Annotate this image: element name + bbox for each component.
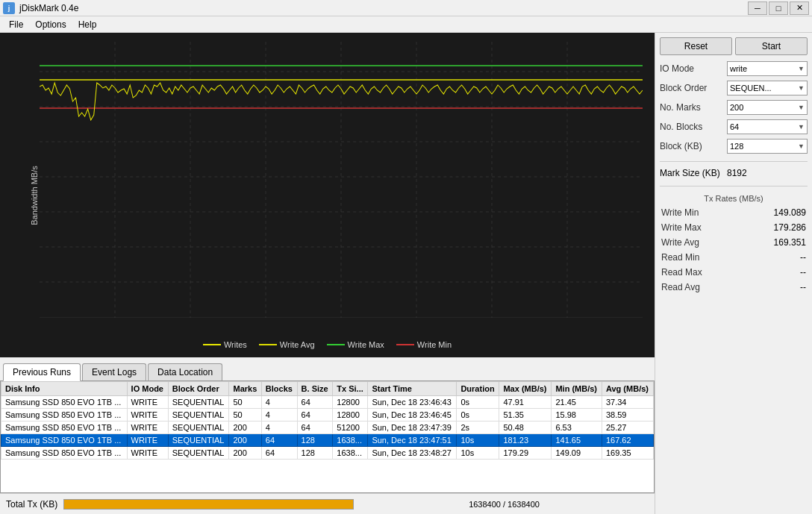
close-button[interactable]: ✕ <box>790 1 809 15</box>
io-mode-row: IO Mode write ▼ <box>660 61 808 76</box>
table-cell: Samsung SSD 850 EVO 1TB ... <box>1 409 128 421</box>
legend-write-max: Write Max <box>327 340 384 349</box>
table-cell: 10s <box>457 434 499 447</box>
table-cell: 169.35 <box>602 447 653 460</box>
mark-size-label: Mark Size (KB) <box>660 168 727 178</box>
col-txsi: Tx Si... <box>333 382 368 396</box>
table-cell: Sun, Dec 18 23:48:27 <box>368 447 457 460</box>
table-cell: 0s <box>457 409 499 421</box>
table-cell: WRITE <box>127 409 168 421</box>
table-cell: Samsung SSD 850 EVO 1TB ... <box>1 434 128 447</box>
write-avg-value: 169.351 <box>774 237 806 248</box>
right-panel: Reset Start IO Mode write ▼ Block Order … <box>655 33 812 514</box>
table-cell: Samsung SSD 850 EVO 1TB ... <box>1 396 128 409</box>
progress-bar-container <box>63 499 354 510</box>
block-order-label: Block Order <box>660 83 727 93</box>
io-mode-value: write <box>730 64 747 73</box>
write-max-value: 179.286 <box>774 222 806 233</box>
write-min-value: 149.089 <box>774 207 806 218</box>
table-row[interactable]: Samsung SSD 850 EVO 1TB ...WRITESEQUENTI… <box>1 396 654 409</box>
progress-bar-fill <box>64 500 353 509</box>
legend-write-max-label: Write Max <box>348 340 384 349</box>
legend-write-min-line <box>396 344 414 345</box>
status-bar: Total Tx (KB) 1638400 / 1638400 <box>0 493 655 514</box>
table-cell: 51200 <box>333 421 368 434</box>
table-cell: 64 <box>297 396 333 409</box>
col-block-order: Block Order <box>168 382 229 396</box>
chart-inner: 0 25 50 75 100 125 150 175 0 25 50 75 10… <box>40 42 643 318</box>
table-cell: SEQUENTIAL <box>168 409 229 421</box>
maximize-button[interactable]: □ <box>769 1 788 15</box>
app-title: jDiskMark 0.4e <box>19 3 78 13</box>
col-max-mbs: Max (MB/s) <box>499 382 552 396</box>
no-marks-select[interactable]: 200 ▼ <box>727 100 808 115</box>
table-cell: 64 <box>297 409 333 421</box>
table-cell: 2s <box>457 421 499 434</box>
col-blocks: Blocks <box>261 382 297 396</box>
read-avg-value: -- <box>800 282 806 292</box>
no-blocks-label: No. Blocks <box>660 122 727 132</box>
col-min-mbs: Min (MB/s) <box>552 382 602 396</box>
results-table-container: Disk Info IO Mode Block Order Marks Bloc… <box>0 381 655 493</box>
menu-help[interactable]: Help <box>72 18 103 31</box>
table-cell: 128 <box>297 434 333 447</box>
title-bar: j jDiskMark 0.4e ─ □ ✕ <box>0 0 812 16</box>
app-icon: j <box>3 2 15 14</box>
legend-write-avg: Write Avg <box>259 340 315 349</box>
table-cell: SEQUENTIAL <box>168 396 229 409</box>
table-cell: 167.62 <box>602 434 653 447</box>
progress-text: 1638400 / 1638400 <box>360 500 649 509</box>
legend-write-avg-line <box>259 344 277 345</box>
block-order-row: Block Order SEQUEN... ▼ <box>660 81 808 95</box>
stat-read-avg: Read Avg -- <box>660 282 808 292</box>
table-cell: 25.27 <box>602 421 653 434</box>
menu-options[interactable]: Options <box>29 18 72 31</box>
total-tx-label: Total Tx (KB) <box>6 499 57 510</box>
menu-file[interactable]: File <box>3 18 29 31</box>
io-mode-select[interactable]: write ▼ <box>727 61 808 76</box>
table-cell: 200 <box>229 434 261 447</box>
chart-svg: 0 25 50 75 100 125 150 175 0 25 50 75 10… <box>40 42 643 318</box>
window-controls: ─ □ ✕ <box>748 1 809 15</box>
table-cell: 12800 <box>333 409 368 421</box>
col-disk-info: Disk Info <box>1 382 128 396</box>
table-row[interactable]: Samsung SSD 850 EVO 1TB ...WRITESEQUENTI… <box>1 409 654 421</box>
col-marks: Marks <box>229 382 261 396</box>
minimize-button[interactable]: ─ <box>748 1 767 15</box>
table-row[interactable]: Samsung SSD 850 EVO 1TB ...WRITESEQUENTI… <box>1 421 654 434</box>
table-cell: 21.45 <box>552 396 602 409</box>
tab-event-logs[interactable]: Event Logs <box>82 363 146 380</box>
table-cell: 38.59 <box>602 409 653 421</box>
block-order-arrow: ▼ <box>798 84 805 92</box>
tab-data-location[interactable]: Data Location <box>148 363 222 380</box>
table-cell: Sun, Dec 18 23:47:39 <box>368 421 457 434</box>
block-order-select[interactable]: SEQUEN... ▼ <box>727 81 808 95</box>
no-blocks-select[interactable]: 64 ▼ <box>727 119 808 134</box>
reset-button[interactable]: Reset <box>660 37 732 55</box>
tab-previous-runs[interactable]: Previous Runs <box>3 363 81 381</box>
start-button[interactable]: Start <box>735 37 808 55</box>
no-blocks-value: 64 <box>730 122 739 131</box>
block-kb-arrow: ▼ <box>798 142 805 150</box>
table-cell: 200 <box>229 421 261 434</box>
table-cell: 4 <box>261 421 297 434</box>
table-row[interactable]: Samsung SSD 850 EVO 1TB ...WRITESEQUENTI… <box>1 434 654 447</box>
block-kb-label: Block (KB) <box>660 141 727 151</box>
divider-2 <box>660 186 808 187</box>
chart-legend: Writes Write Avg Write Max Write Min <box>6 340 649 349</box>
read-min-label: Read Min <box>661 252 699 263</box>
legend-writes-label: Writes <box>224 340 247 349</box>
col-bsize: B. Size <box>297 382 333 396</box>
table-cell: SEQUENTIAL <box>168 421 229 434</box>
write-avg-label: Write Avg <box>661 237 699 248</box>
table-row[interactable]: Samsung SSD 850 EVO 1TB ...WRITESEQUENTI… <box>1 447 654 460</box>
no-blocks-arrow: ▼ <box>798 123 805 131</box>
read-min-value: -- <box>800 252 806 263</box>
menu-bar: File Options Help <box>0 16 812 33</box>
table-cell: 15.98 <box>552 409 602 421</box>
table-cell: Sun, Dec 18 23:46:43 <box>368 396 457 409</box>
table-cell: Sun, Dec 18 23:46:45 <box>368 409 457 421</box>
table-cell: 1638... <box>333 434 368 447</box>
block-kb-select[interactable]: 128 ▼ <box>727 139 808 154</box>
table-cell: Sun, Dec 18 23:47:51 <box>368 434 457 447</box>
